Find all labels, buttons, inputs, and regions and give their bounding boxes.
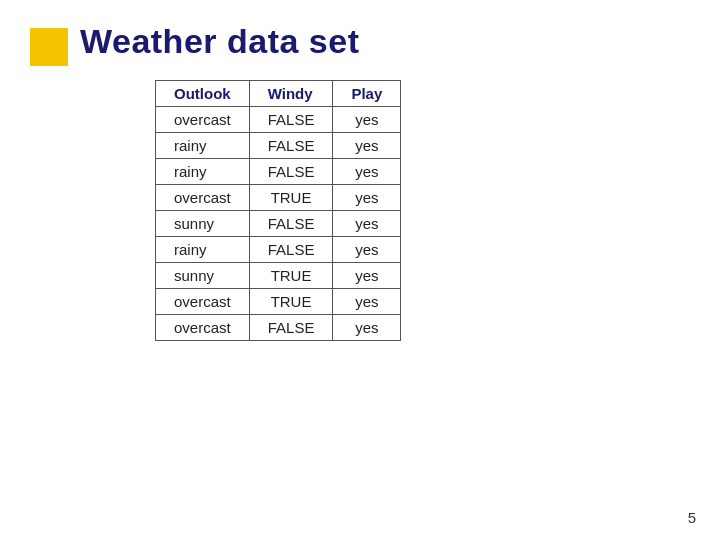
col-header-play: Play — [333, 81, 401, 107]
table-cell: yes — [333, 289, 401, 315]
table-row: overcastTRUEyes — [156, 185, 401, 211]
table-row: overcastFALSEyes — [156, 315, 401, 341]
table-row: sunnyFALSEyes — [156, 211, 401, 237]
table-row: rainyFALSEyes — [156, 237, 401, 263]
table-cell: FALSE — [249, 159, 333, 185]
table-row: rainyFALSEyes — [156, 159, 401, 185]
table-cell: overcast — [156, 289, 250, 315]
table-cell: FALSE — [249, 315, 333, 341]
weather-table: Outlook Windy Play overcastFALSEyesrainy… — [155, 80, 401, 341]
table-row: overcastFALSEyes — [156, 107, 401, 133]
table-cell: yes — [333, 315, 401, 341]
table-row: rainyFALSEyes — [156, 133, 401, 159]
slide: Weather data set Outlook Windy Play over… — [0, 0, 720, 540]
page-title: Weather data set — [80, 22, 359, 61]
col-header-outlook: Outlook — [156, 81, 250, 107]
table-cell: rainy — [156, 133, 250, 159]
table-cell: FALSE — [249, 107, 333, 133]
table-cell: rainy — [156, 237, 250, 263]
table-cell: rainy — [156, 159, 250, 185]
yellow-square-decoration — [30, 28, 68, 66]
table-cell: yes — [333, 185, 401, 211]
table-row: overcastTRUEyes — [156, 289, 401, 315]
table-cell: yes — [333, 211, 401, 237]
table-cell: FALSE — [249, 237, 333, 263]
table-cell: overcast — [156, 185, 250, 211]
page-number: 5 — [688, 509, 696, 526]
col-header-windy: Windy — [249, 81, 333, 107]
table-header-row: Outlook Windy Play — [156, 81, 401, 107]
table-cell: overcast — [156, 107, 250, 133]
table-cell: FALSE — [249, 133, 333, 159]
table-cell: TRUE — [249, 263, 333, 289]
table-cell: FALSE — [249, 211, 333, 237]
table-cell: yes — [333, 107, 401, 133]
table-cell: sunny — [156, 263, 250, 289]
data-table-wrapper: Outlook Windy Play overcastFALSEyesrainy… — [155, 80, 401, 341]
table-row: sunnyTRUEyes — [156, 263, 401, 289]
table-cell: TRUE — [249, 185, 333, 211]
table-cell: TRUE — [249, 289, 333, 315]
table-cell: yes — [333, 159, 401, 185]
table-cell: yes — [333, 263, 401, 289]
table-cell: yes — [333, 133, 401, 159]
table-cell: yes — [333, 237, 401, 263]
table-cell: overcast — [156, 315, 250, 341]
table-cell: sunny — [156, 211, 250, 237]
